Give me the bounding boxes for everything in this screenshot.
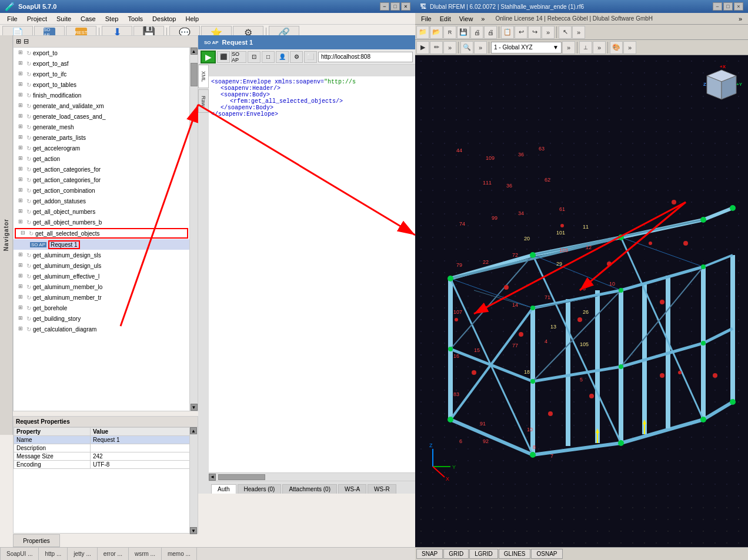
- rfem-minimize-btn[interactable]: −: [713, 2, 722, 11]
- rfem-maximize-btn[interactable]: □: [723, 2, 733, 11]
- prop-row-name[interactable]: Name Request 1: [14, 436, 198, 444]
- rfem-zoom-btn[interactable]: 🔍: [460, 41, 473, 54]
- tree-item-export_to_tables[interactable]: ⊞ ↻ export_to_tables: [14, 79, 189, 90]
- tree-expand-all-icon[interactable]: ⊞: [16, 38, 21, 45]
- rfem-glines-btn[interactable]: GLINES: [499, 549, 531, 559]
- coordinate-system-dropdown[interactable]: 1 - Global XYZ ▼: [491, 42, 562, 53]
- rfem-snap-btn[interactable]: SNAP: [416, 549, 443, 559]
- scroll-up-btn[interactable]: ▲: [191, 48, 198, 55]
- status-soapui[interactable]: SoapUI ...: [0, 548, 39, 560]
- xml-content[interactable]: <soapenv:Envelope xmlns:soapenv="http://…: [209, 76, 415, 472]
- tree-item-get_borehole[interactable]: ⊞ ↻ get_borehole: [14, 303, 189, 313]
- tree-item-get_action_cat1[interactable]: ⊞ ↻ get_action_categories_for: [14, 164, 189, 175]
- menu-project[interactable]: Project: [22, 15, 52, 22]
- rfem-print2-btn[interactable]: 🖨: [484, 26, 497, 39]
- rfem-copy-btn[interactable]: 📋: [501, 26, 514, 39]
- properties-button[interactable]: Properties: [13, 534, 60, 547]
- tree-item-generate_mesh[interactable]: ⊞ ↻ generate_mesh: [14, 122, 189, 132]
- xml-tab[interactable]: XML: [198, 65, 209, 88]
- tree-item-export_to_asf[interactable]: ⊞ ↻ export_to_asf: [14, 58, 189, 69]
- menu-tools[interactable]: Tools: [123, 15, 148, 22]
- prop-size-val[interactable]: 242: [91, 452, 198, 461]
- prop-scroll-down[interactable]: ▼: [190, 527, 197, 534]
- rfem-redo-btn[interactable]: ↪: [528, 26, 541, 39]
- rfem-more4-btn[interactable]: »: [474, 41, 487, 54]
- scroll-thumb[interactable]: [191, 63, 198, 86]
- attachments-tab[interactable]: Attachments (0): [282, 484, 337, 494]
- rfem-undo-btn[interactable]: ↩: [515, 26, 527, 39]
- tree-item-request1[interactable]: SO AP Request 1: [14, 239, 189, 250]
- prop-scroll-up[interactable]: ▲: [190, 427, 197, 434]
- rfem-more5-btn[interactable]: »: [623, 41, 636, 54]
- tree-item-export_to[interactable]: ⊞ ↻ export_to: [14, 48, 189, 58]
- tree-item-get_accelerogram[interactable]: ⊞ ↻ get_accelerogram: [14, 143, 189, 153]
- rfem-osnap-btn[interactable]: OSNAP: [531, 549, 562, 559]
- req-hscroll-thumb[interactable]: [218, 474, 265, 480]
- user-btn[interactable]: 👤: [276, 51, 289, 63]
- rfem-axis-btn[interactable]: ⊥: [579, 41, 592, 54]
- rfem-render-btn[interactable]: 🎨: [610, 41, 623, 54]
- tree-item-get_all_obj_nums[interactable]: ⊞ ↻ get_all_object_numbers: [14, 206, 189, 217]
- tree-collapse-all-icon[interactable]: ⊟: [24, 38, 29, 45]
- tree-item-get_alum_sls[interactable]: ⊞ ↻ get_aluminum_design_sls: [14, 250, 189, 260]
- soapui-minimize-btn[interactable]: −: [380, 2, 389, 11]
- headers-tab[interactable]: Headers (0): [238, 484, 282, 494]
- tree-item-get_addon[interactable]: ⊞ ↻ get_addon_statuses: [14, 196, 189, 206]
- wrap-btn[interactable]: ⊡: [248, 51, 261, 63]
- req-hscroll-left[interactable]: ◄: [209, 474, 216, 481]
- raw-tab[interactable]: Raw: [198, 89, 209, 113]
- rfem-close-btn[interactable]: ×: [734, 2, 743, 11]
- tree-item-get_alum_eff[interactable]: ⊞ ↻ get_aluminum_effective_l: [14, 271, 189, 281]
- status-error[interactable]: error ...: [98, 548, 129, 560]
- prop-row-desc[interactable]: Description: [14, 444, 198, 452]
- status-memo[interactable]: memo ...: [162, 548, 197, 560]
- tree-item-get_alum_mem_lo[interactable]: ⊞ ↻ get_aluminum_member_lo: [14, 281, 189, 292]
- menu-help[interactable]: Help: [181, 15, 203, 22]
- rfem-coord-more-btn[interactable]: »: [562, 41, 575, 54]
- menu-desktop[interactable]: Desktop: [148, 15, 181, 22]
- tree-item-get_building_story[interactable]: ⊞ ↻ get_building_story: [14, 313, 189, 324]
- tree-item-get_alum_mem_tr[interactable]: ⊞ ↻ get_aluminum_member_tr: [14, 292, 189, 303]
- tree-item-generate_parts[interactable]: ⊞ ↻ generate_parts_lists: [14, 132, 189, 143]
- status-wsrm[interactable]: wsrm ...: [129, 548, 162, 560]
- prop-name-val[interactable]: Request 1: [91, 436, 198, 444]
- tree-item-get_alum_uls[interactable]: ⊞ ↻ get_aluminum_design_uls: [14, 260, 189, 271]
- menu-step[interactable]: Step: [101, 15, 123, 22]
- status-http[interactable]: http ...: [39, 548, 68, 560]
- format-btn[interactable]: SO AP: [231, 51, 246, 63]
- stop-request-btn[interactable]: ⬛: [217, 51, 230, 63]
- tree-item-generate_validate[interactable]: ⊞ ↻ generate_and_validate_xm: [14, 100, 189, 111]
- tree-item-get_action[interactable]: ⊞ ↻ get_action: [14, 153, 189, 164]
- prop-row-encoding[interactable]: Encoding UTF-8: [14, 461, 198, 469]
- rfem-open-btn[interactable]: 📂: [430, 26, 443, 39]
- url-input[interactable]: [318, 52, 413, 62]
- rfem-axis2-btn[interactable]: »: [593, 41, 606, 54]
- prop-row-size[interactable]: Message Size 242: [14, 452, 198, 461]
- tree-item-get_calc_diagram[interactable]: ⊞ ↻ get_calculation_diagram: [14, 324, 189, 334]
- play-request-btn[interactable]: ▶: [201, 51, 216, 63]
- rfem-more2-btn[interactable]: »: [572, 26, 585, 39]
- rfem-cursor-btn[interactable]: ↖: [559, 26, 572, 39]
- tree-item-get_action_cat2[interactable]: ⊞ ↻ get_action_categories_for: [14, 175, 189, 185]
- rfem-menu-file[interactable]: File: [418, 15, 435, 22]
- settings-btn[interactable]: ⚙: [290, 51, 303, 63]
- rfem-rfem-btn[interactable]: R: [443, 26, 456, 39]
- auth-tab[interactable]: Auth: [211, 484, 236, 494]
- rfem-view-btn[interactable]: ▶: [416, 41, 429, 54]
- rfem-more3-btn[interactable]: »: [443, 41, 456, 54]
- request-hscroll[interactable]: ◄: [209, 472, 415, 481]
- rfem-edit-btn[interactable]: ✏: [430, 41, 443, 54]
- more-btn[interactable]: ⬜: [304, 51, 317, 63]
- rfem-viewport[interactable]: 44 109 36 63 111 36 62 74 99 34 61 79 22…: [415, 55, 748, 547]
- rfem-lgrid-btn[interactable]: LGRID: [469, 549, 498, 559]
- expand-btn[interactable]: □: [262, 51, 275, 63]
- menu-file[interactable]: File: [2, 15, 22, 22]
- rfem-grid-btn[interactable]: GRID: [443, 549, 469, 559]
- status-jetty[interactable]: jetty ...: [68, 548, 97, 560]
- tree-item-finish_modification[interactable]: ⊞ ↻ finish_modification: [14, 90, 189, 100]
- menu-case[interactable]: Case: [76, 15, 101, 22]
- tree-scrollbar[interactable]: ▲ ▼: [189, 48, 198, 411]
- soapui-close-btn[interactable]: ×: [401, 2, 410, 11]
- rfem-print-btn[interactable]: 🖨: [470, 26, 483, 39]
- menu-suite[interactable]: Suite: [52, 15, 76, 22]
